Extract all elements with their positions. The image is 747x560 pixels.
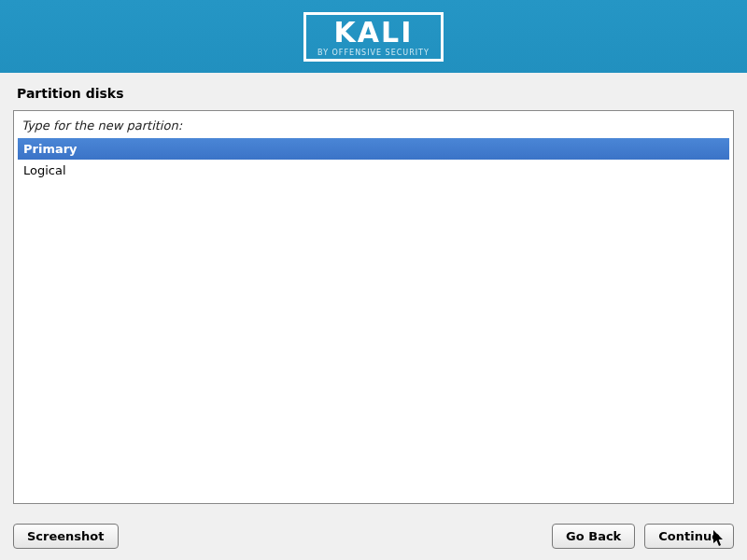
go-back-button[interactable]: Go Back (552, 524, 635, 549)
continue-button[interactable]: Continue (644, 524, 734, 549)
logo-subtext: BY OFFENSIVE SECURITY (317, 49, 430, 57)
prompt-text: Type for the new partition: (16, 119, 731, 138)
option-primary[interactable]: Primary (18, 138, 729, 160)
installer-header: KALI BY OFFENSIVE SECURITY (0, 0, 747, 73)
page-title: Partition disks (0, 73, 747, 110)
option-logical[interactable]: Logical (18, 160, 729, 181)
partition-type-list: Primary Logical (18, 138, 729, 499)
button-bar: Screenshot Go Back Continue (13, 524, 734, 549)
kali-logo: KALI BY OFFENSIVE SECURITY (303, 12, 444, 62)
logo-text: KALI (334, 19, 414, 47)
content-panel: Type for the new partition: Primary Logi… (13, 110, 734, 504)
screenshot-button[interactable]: Screenshot (13, 524, 119, 549)
